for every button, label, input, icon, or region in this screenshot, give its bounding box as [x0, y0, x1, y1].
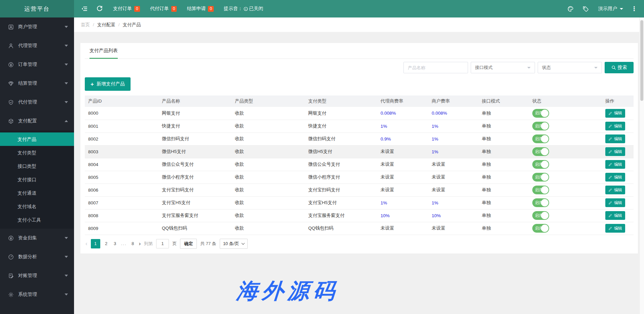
sidebar-item-结算管理[interactable]: 结算管理 — [0, 74, 74, 93]
sidebar-subitem-支付通道[interactable]: 支付通道 — [0, 186, 74, 200]
page-size-select[interactable]: 10 条/页 — [220, 239, 248, 249]
edit-button[interactable]: 编辑 — [605, 173, 625, 182]
breadcrumb-item-首页[interactable]: 首页 — [81, 22, 90, 28]
edit-button[interactable]: 编辑 — [605, 134, 625, 143]
product-type-cell: 收款 — [231, 120, 305, 132]
sidebar-item-代理管理[interactable]: 代理管理 — [0, 36, 74, 55]
sidebar-subitem-接口类型[interactable]: 接口类型 — [0, 159, 74, 173]
add-button-label: 新增支付产品 — [97, 81, 125, 87]
merchant-rate-link[interactable]: 10% — [432, 213, 441, 218]
sidebar-item-商户管理[interactable]: 商户管理 — [0, 17, 74, 36]
status-toggle[interactable]: 启用 — [532, 134, 549, 143]
status-toggle[interactable]: 启用 — [532, 186, 549, 194]
table-row-8000: 8000网银支付收款网银支付0.008%0.008%单独启用编辑 — [85, 107, 634, 120]
sidebar-item-订单管理[interactable]: 订单管理 — [0, 55, 74, 74]
agent-rate-link: 未设置 — [381, 226, 394, 231]
pagination-page-8[interactable]: 8 — [130, 241, 136, 246]
edit-button[interactable]: 编辑 — [605, 147, 625, 156]
edit-button[interactable]: 编辑 — [605, 186, 625, 194]
pagination-page-2[interactable]: 2 — [104, 241, 109, 246]
add-payment-product-button[interactable]: + 新增支付产品 — [85, 77, 131, 91]
plus-icon: + — [91, 81, 94, 87]
agent-rate-link[interactable]: 0.9% — [381, 136, 391, 142]
edit-button[interactable]: 编辑 — [605, 198, 625, 207]
status-toggle[interactable]: 启用 — [532, 109, 549, 118]
refresh-button[interactable] — [96, 5, 103, 12]
status-cell: 启用 — [529, 145, 602, 158]
agent-rate-link[interactable]: 1% — [381, 124, 387, 129]
sidebar-subitem-支付域名[interactable]: 支付域名 — [0, 200, 74, 213]
topnav-item-结算申请[interactable]: 结算申请0 — [187, 6, 214, 12]
interface-mode-select[interactable]: 接口模式 — [471, 62, 535, 73]
product-name-cell: 支付宝H5支付 — [158, 196, 231, 209]
search-button[interactable]: 搜索 — [605, 62, 634, 73]
status-select[interactable]: 状态 — [538, 62, 602, 73]
merchant-rate-link[interactable]: 1% — [432, 200, 438, 205]
agent-rate-link: 未设置 — [381, 187, 394, 192]
theme-button[interactable] — [567, 6, 574, 12]
pay-type-cell: 网银支付 — [305, 107, 377, 120]
agent-rate-link[interactable]: 10% — [381, 213, 390, 218]
sidebar-subitem-支付类型[interactable]: 支付类型 — [0, 146, 74, 159]
sidebar-item-支付配置[interactable]: 支付配置 — [0, 112, 74, 130]
pencil-icon — [608, 111, 612, 115]
edit-button[interactable]: 编辑 — [605, 109, 625, 118]
pagination-page-1[interactable]: 1 — [91, 239, 100, 248]
merchant-rate-link[interactable]: 1% — [432, 149, 438, 154]
pagination-prev-icon[interactable]: ‹ — [85, 241, 87, 246]
page-size-value: 10 条/页 — [223, 241, 239, 247]
pay-type-cell: 微信公众号支付 — [305, 158, 377, 171]
toggle-knob — [541, 225, 548, 232]
product-name-input[interactable] — [403, 62, 468, 73]
app-logo: 运营平台 — [0, 0, 74, 17]
tag-button[interactable] — [582, 6, 589, 12]
sidebar-subitem-支付产品[interactable]: 支付产品 — [0, 132, 74, 146]
user-menu[interactable]: 演示用户 — [598, 6, 623, 12]
status-toggle[interactable]: 启用 — [532, 224, 549, 233]
sidebar-item-资金归集[interactable]: 资金归集 — [0, 229, 74, 247]
sidebar-subitem-支付小工具[interactable]: 支付小工具 — [0, 213, 74, 227]
status-toggle[interactable]: 启用 — [532, 122, 549, 130]
product-name-cell: 快捷支付 — [158, 120, 231, 132]
edit-button-label: 编辑 — [614, 200, 622, 206]
topnav-item-代付订单[interactable]: 代付订单0 — [150, 6, 177, 12]
pagination-confirm-button[interactable]: 确定 — [180, 239, 197, 249]
product-type-cell: 收款 — [231, 145, 305, 158]
sidebar-subitem-支付接口[interactable]: 支付接口 — [0, 173, 74, 186]
pagination-page-unit: 页 — [172, 241, 177, 247]
pagination-jump-input[interactable] — [156, 239, 169, 248]
edit-button[interactable]: 编辑 — [605, 224, 625, 233]
edit-button[interactable]: 编辑 — [605, 160, 625, 169]
merchant-rate-link[interactable]: 1% — [432, 136, 438, 142]
sidebar-item-系统管理[interactable]: 系统管理 — [0, 285, 74, 304]
sidebar-item-对账管理[interactable]: 对账管理 — [0, 266, 74, 285]
topnav: 支付订单0代付订单0结算申请0 — [103, 6, 214, 12]
topnav-item-支付订单[interactable]: 支付订单0 — [113, 6, 140, 12]
pencil-icon — [608, 150, 612, 154]
merchant-rate-link[interactable]: 0.008% — [432, 111, 447, 116]
sidebar-item-代付管理[interactable]: 代付管理 — [0, 93, 74, 112]
sidebar-collapse-button[interactable] — [81, 5, 87, 12]
pagination-page-3[interactable]: 3 — [112, 241, 118, 246]
status-toggle[interactable]: 启用 — [532, 147, 549, 156]
product-name-cell: QQ钱包扫码 — [158, 222, 231, 235]
count-badge: 0 — [171, 6, 177, 12]
scrollbar-track[interactable] — [639, 17, 644, 314]
tab-payment-product-list[interactable]: 支付产品列表 — [90, 43, 118, 58]
breadcrumb-item-支付配置[interactable]: 支付配置 — [97, 22, 115, 28]
status-toggle[interactable]: 启用 — [532, 173, 549, 182]
sidebar-item-数据分析[interactable]: 数据分析 — [0, 247, 74, 266]
more-menu-icon[interactable]: ⋮ — [631, 6, 637, 12]
pagination-next-icon[interactable]: › — [139, 241, 141, 246]
agent-rate-link[interactable]: 0.008% — [381, 111, 396, 116]
agent-rate-link: 未设置 — [381, 162, 394, 167]
status-toggle[interactable]: 启用 — [532, 211, 549, 220]
edit-button[interactable]: 编辑 — [605, 211, 625, 220]
column-header-商户费率: 商户费率 — [428, 95, 478, 107]
merchant-rate-link[interactable]: 1% — [432, 124, 438, 129]
status-toggle[interactable]: 启用 — [532, 198, 549, 207]
edit-button[interactable]: 编辑 — [605, 122, 625, 130]
agent-rate-link[interactable]: 1% — [381, 200, 387, 205]
status-toggle[interactable]: 启用 — [532, 160, 549, 169]
scrollbar-thumb[interactable] — [640, 20, 643, 101]
